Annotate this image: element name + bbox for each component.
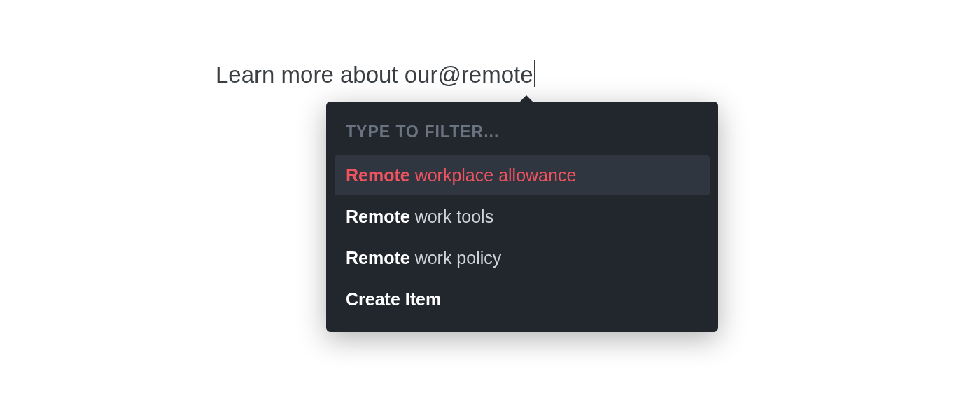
dropdown-item-remote-work-policy[interactable]: Remote work policy [335,238,710,278]
dropdown-item-remote-workplace-allowance[interactable]: Remote workplace allowance [335,155,710,195]
rest-text: work tools [410,207,493,226]
match-text: Remote [346,248,410,268]
rest-text: work policy [410,248,502,268]
rest-text: workplace allowance [410,165,577,185]
mention-input[interactable]: Learn more about our @remote [216,56,535,88]
create-item-button[interactable]: Create Item [335,279,710,319]
dropdown-item-remote-work-tools[interactable]: Remote work tools [335,197,710,237]
match-text: Remote [346,207,410,226]
input-mention-text: @remote [438,62,533,88]
mention-dropdown: Type to filter... Remote workplace allow… [326,102,718,332]
match-text: Remote [346,165,410,185]
input-prefix-text: Learn more about our [216,62,438,88]
text-cursor [534,60,535,87]
filter-hint-label: Type to filter... [335,110,710,155]
